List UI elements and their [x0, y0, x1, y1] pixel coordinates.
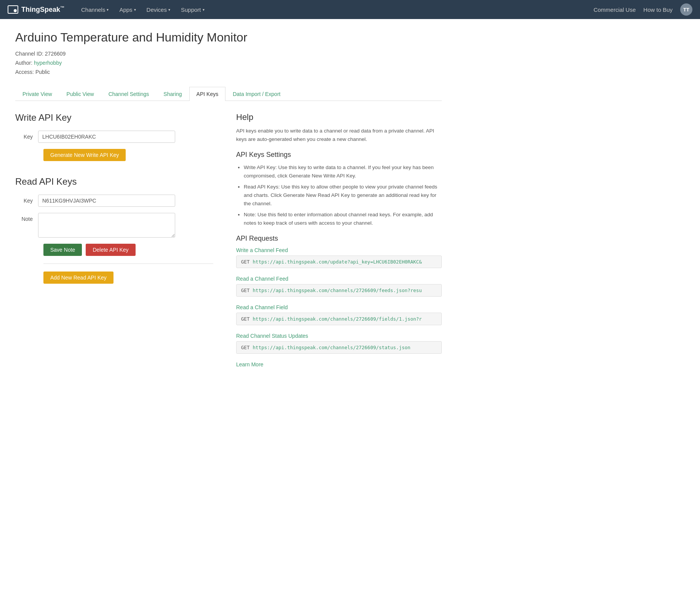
write-key-input[interactable] [38, 131, 175, 143]
note-label: Note [15, 213, 38, 222]
chevron-down-icon: ▾ [203, 8, 205, 12]
nav-link-devices[interactable]: Devices ▾ [141, 1, 176, 19]
channel-id-value: 2726609 [45, 51, 66, 57]
nav-link-channels[interactable]: Channels ▾ [76, 1, 114, 19]
method-label: GET [241, 316, 250, 322]
write-channel-feed-code: GEThttps://api.thingspeak.com/update?api… [236, 256, 442, 268]
commercial-use-link[interactable]: Commercial Use [593, 6, 636, 13]
note-group: Note [15, 213, 213, 238]
author-row: Author: hyperhobby [15, 60, 442, 66]
user-avatar[interactable]: TT [680, 3, 692, 16]
tab-bar: Private View Public View Channel Setting… [15, 86, 442, 101]
read-status-url: https://api.thingspeak.com/channels/2726… [253, 345, 411, 350]
api-keys-settings-list: Write API Key: Use this key to write dat… [236, 163, 442, 227]
read-channel-field-label[interactable]: Read a Channel Field [236, 304, 442, 310]
tab-sharing[interactable]: Sharing [156, 87, 189, 101]
api-request-read-status: Read Channel Status Updates GEThttps://a… [236, 333, 442, 354]
api-request-read-feed: Read a Channel Feed GEThttps://api.thing… [236, 276, 442, 297]
content-columns: Write API Key Key Generate New Write API… [15, 112, 442, 367]
nav-item-channels[interactable]: Channels ▾ [76, 1, 114, 19]
nav-item-support[interactable]: Support ▾ [176, 1, 210, 19]
brand-logo[interactable]: ThingSpeak™ [8, 5, 64, 14]
read-field-url: https://api.thingspeak.com/channels/2726… [253, 316, 422, 322]
nav-item-apps[interactable]: Apps ▾ [114, 1, 141, 19]
read-channel-status-label[interactable]: Read Channel Status Updates [236, 333, 442, 339]
navbar-right: Commercial Use How to Buy TT [593, 3, 692, 16]
settings-item-2: Note: Use this field to enter informatio… [244, 211, 442, 227]
generate-write-key-button[interactable]: Generate New Write API Key [43, 149, 126, 161]
author-link[interactable]: hyperhobby [34, 60, 62, 66]
tab-private-view[interactable]: Private View [15, 87, 59, 101]
write-api-section: Write API Key Key Generate New Write API… [15, 112, 213, 161]
page-title: Arduino Temperature and Humidity Monitor [15, 30, 442, 45]
read-channel-field-code: GEThttps://api.thingspeak.com/channels/2… [236, 313, 442, 325]
chevron-down-icon: ▾ [168, 8, 170, 12]
api-request-write-feed: Write a Channel Feed GEThttps://api.thin… [236, 247, 442, 268]
method-label: GET [241, 345, 250, 350]
read-key-group: Key [15, 195, 213, 207]
read-api-title: Read API Keys [15, 176, 213, 187]
write-key-label: Key [15, 131, 38, 140]
api-requests-title: API Requests [236, 235, 442, 243]
learn-more-link[interactable]: Learn More [236, 361, 264, 367]
nav-item-devices[interactable]: Devices ▾ [141, 1, 176, 19]
right-column: Help API keys enable you to write data t… [236, 112, 442, 367]
read-channel-feed-code: GEThttps://api.thingspeak.com/channels/2… [236, 284, 442, 297]
save-note-button[interactable]: Save Note [43, 244, 82, 256]
nav-link-apps[interactable]: Apps ▾ [114, 1, 141, 19]
author-label: Author: [15, 60, 32, 66]
read-key-input[interactable] [38, 195, 175, 207]
read-feed-url: https://api.thingspeak.com/channels/2726… [253, 288, 422, 293]
tab-api-keys[interactable]: API Keys [189, 87, 226, 101]
help-intro: API keys enable you to write data to a c… [236, 127, 442, 143]
read-api-section: Read API Keys Key Note Save Note Delete … [15, 176, 213, 284]
api-request-read-field: Read a Channel Field GEThttps://api.thin… [236, 304, 442, 325]
api-keys-settings-title: API Keys Settings [236, 151, 442, 159]
delete-api-key-button[interactable]: Delete API Key [86, 244, 135, 256]
note-textarea[interactable] [38, 213, 175, 238]
how-to-buy-link[interactable]: How to Buy [643, 6, 673, 13]
divider [43, 264, 213, 264]
navbar: ThingSpeak™ Channels ▾ Apps ▾ Devices ▾ … [0, 0, 700, 19]
left-column: Write API Key Key Generate New Write API… [15, 112, 213, 367]
method-label: GET [241, 288, 250, 293]
channel-id-label: Channel ID: [15, 51, 43, 57]
tab-public-view[interactable]: Public View [59, 87, 101, 101]
add-read-key-row: Add New Read API Key [43, 272, 213, 284]
tab-channel-settings[interactable]: Channel Settings [101, 87, 157, 101]
nav-link-support[interactable]: Support ▾ [176, 1, 210, 19]
write-api-button-row: Generate New Write API Key [43, 149, 213, 161]
access-label: Access: [15, 69, 34, 75]
write-api-title: Write API Key [15, 112, 213, 123]
write-url: https://api.thingspeak.com/update?api_ke… [253, 259, 422, 265]
main-content: Arduino Temperature and Humidity Monitor… [0, 19, 457, 379]
chevron-down-icon: ▾ [134, 8, 136, 12]
help-title: Help [236, 112, 442, 122]
settings-item-0: Write API Key: Use this key to write dat… [244, 163, 442, 180]
read-channel-feed-label[interactable]: Read a Channel Feed [236, 276, 442, 282]
read-api-button-row: Save Note Delete API Key [43, 244, 213, 256]
channel-id-row: Channel ID: 2726609 [15, 51, 442, 57]
access-value: Public [35, 69, 50, 75]
add-read-key-button[interactable]: Add New Read API Key [43, 272, 113, 284]
write-key-group: Key [15, 131, 213, 143]
brand-icon [8, 5, 18, 14]
settings-item-1: Read API Keys: Use this key to allow oth… [244, 183, 442, 208]
method-label: GET [241, 259, 250, 265]
write-channel-feed-label[interactable]: Write a Channel Feed [236, 247, 442, 253]
nav-links: Channels ▾ Apps ▾ Devices ▾ Support ▾ [76, 1, 593, 19]
brand-name: ThingSpeak™ [21, 5, 64, 14]
access-row: Access: Public [15, 69, 442, 75]
tab-data-import-export[interactable]: Data Import / Export [225, 87, 288, 101]
read-key-label: Key [15, 195, 38, 204]
chevron-down-icon: ▾ [107, 8, 109, 12]
read-channel-status-code: GEThttps://api.thingspeak.com/channels/2… [236, 341, 442, 354]
